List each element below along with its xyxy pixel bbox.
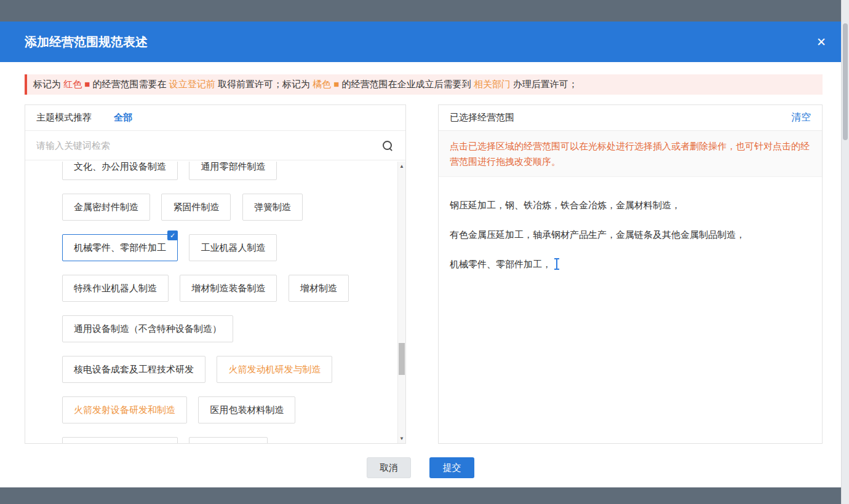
scope-tag-post-license[interactable]: 火箭发射设备研发和制造 bbox=[62, 396, 187, 423]
tab-all[interactable]: 全部 bbox=[114, 112, 132, 124]
tag-row: 机械零件、零部件加工✓ 工业机器人制造 bbox=[62, 234, 397, 275]
tag-list-scrollbar[interactable]: ▲ ▼ bbox=[397, 162, 405, 443]
check-icon: ✓ bbox=[167, 230, 178, 240]
scope-catalog-panel: 主题模式推荐 全部 文化、办公用设备制造 通用零部件制造 金属密封件制造 紧固件… bbox=[25, 104, 406, 444]
search-bar bbox=[25, 131, 405, 160]
orange-label: 橘色 bbox=[313, 79, 331, 89]
notice-text: 的经营范围在企业成立后需要到 bbox=[339, 79, 473, 89]
scope-tag[interactable]: 通用设备制造（不含特种设备制造） bbox=[62, 315, 233, 342]
scope-tag[interactable]: 特殊作业机器人制造 bbox=[62, 275, 169, 302]
selected-scope-line[interactable]: 钢压延加工，钢、铁冶炼，铁合金冶炼，金属材料制造， bbox=[450, 199, 811, 211]
tag-row: 人民币鉴别仪产品生产 特种设备制造 bbox=[62, 437, 397, 443]
scope-tag[interactable]: 增材制造 bbox=[289, 275, 349, 302]
browser-scrollbar-thumb[interactable] bbox=[843, 23, 848, 140]
add-business-scope-modal: 添加经营范围规范表述 ✕ 标记为 红色 ■ 的经营范围需要在 设立登记前 取得前… bbox=[0, 22, 841, 487]
scope-tag-post-license[interactable]: 火箭发动机研发与制造 bbox=[217, 356, 332, 383]
tag-row: 特殊作业机器人制造 增材制造装备制造 增材制造 bbox=[62, 275, 397, 315]
scope-tag-post-license[interactable]: 人民币鉴别仪产品生产 bbox=[62, 437, 178, 443]
scope-tag[interactable]: 文化、办公用设备制造 bbox=[62, 162, 178, 180]
notice-text: 标记为 bbox=[33, 79, 63, 89]
tab-theme-mode[interactable]: 主题模式推荐 bbox=[36, 112, 92, 124]
cancel-button[interactable]: 取消 bbox=[367, 457, 411, 478]
legend-notice-bar: 标记为 红色 ■ 的经营范围需要在 设立登记前 取得前置许可；标记为 橘色 ■ … bbox=[25, 74, 823, 95]
browser-scrollbar[interactable] bbox=[841, 0, 849, 504]
modal-title: 添加经营范围规范表述 bbox=[25, 34, 148, 50]
clear-all-link[interactable]: 清空 bbox=[791, 111, 811, 124]
red-label: 红色 bbox=[63, 79, 82, 89]
tag-row: 通用设备制造（不含特种设备制造） bbox=[62, 315, 397, 356]
scope-tag[interactable]: 增材制造装备制造 bbox=[180, 275, 277, 302]
scope-tag[interactable]: 金属密封件制造 bbox=[62, 194, 150, 221]
selected-scope-line[interactable]: 有色金属压延加工，轴承钢材产品生产，金属链条及其他金属制品制造， bbox=[450, 229, 811, 241]
selected-scope-content[interactable]: 钢压延加工，钢、铁冶炼，铁合金冶炼，金属材料制造， 有色金属压延加工，轴承钢材产… bbox=[439, 177, 822, 443]
scope-tag[interactable]: 通用零部件制造 bbox=[189, 162, 277, 180]
text-caret bbox=[556, 258, 557, 270]
close-icon[interactable]: ✕ bbox=[816, 36, 826, 48]
modal-footer: 取消 提交 bbox=[0, 457, 841, 478]
notice-text: 的经营范围需要在 bbox=[90, 79, 169, 89]
modal-header: 添加经营范围规范表述 ✕ bbox=[0, 22, 841, 62]
selected-panel-title: 已选择经营范围 bbox=[450, 112, 514, 124]
selected-scope-panel: 已选择经营范围 清空 点击已选择区域的经营范围可以在光标处进行选择插入或者删除操… bbox=[438, 104, 823, 444]
tag-list-viewport: 文化、办公用设备制造 通用零部件制造 金属密封件制造 紧固件制造 弹簧制造 机械… bbox=[25, 162, 397, 443]
search-input[interactable] bbox=[25, 131, 405, 160]
scope-tag-selected[interactable]: 机械零件、零部件加工✓ bbox=[62, 234, 178, 261]
tag-row: 文化、办公用设备制造 通用零部件制造 bbox=[62, 162, 397, 194]
scroll-down-icon[interactable]: ▼ bbox=[398, 434, 405, 443]
panels-container: 主题模式推荐 全部 文化、办公用设备制造 通用零部件制造 金属密封件制造 紧固件… bbox=[25, 104, 823, 444]
tag-list: 文化、办公用设备制造 通用零部件制造 金属密封件制造 紧固件制造 弹簧制造 机械… bbox=[62, 162, 397, 443]
search-icon[interactable] bbox=[382, 140, 393, 151]
tag-row: 火箭发射设备研发和制造 医用包装材料制造 bbox=[62, 396, 397, 437]
selected-scope-text: 机械零件、零部件加工， bbox=[450, 259, 551, 269]
tag-row: 金属密封件制造 紧固件制造 弹簧制造 bbox=[62, 194, 397, 234]
scope-tag[interactable]: 弹簧制造 bbox=[242, 194, 303, 221]
scope-tag[interactable]: 工业机器人制造 bbox=[189, 234, 277, 261]
notice-text: 取得前置许可；标记为 bbox=[215, 79, 313, 89]
selected-panel-header: 已选择经营范围 清空 bbox=[439, 105, 822, 131]
scope-tag[interactable]: 紧固件制造 bbox=[161, 194, 231, 221]
selected-panel-hint: 点击已选择区域的经营范围可以在光标处进行选择插入或者删除操作，也可针对点击的经营… bbox=[439, 131, 822, 177]
scroll-up-icon[interactable]: ▲ bbox=[398, 162, 405, 171]
catalog-tabs: 主题模式推荐 全部 bbox=[25, 105, 405, 131]
tag-list-scrollbar-thumb[interactable] bbox=[399, 343, 405, 375]
related-dept-link[interactable]: 相关部门 bbox=[474, 79, 511, 89]
orange-square-icon: ■ bbox=[333, 79, 339, 89]
scope-tag[interactable]: 医用包装材料制造 bbox=[198, 396, 295, 423]
selected-scope-line[interactable]: 机械零件、零部件加工， bbox=[450, 258, 811, 270]
scope-tag-label: 机械零件、零部件加工 bbox=[74, 242, 166, 253]
submit-button[interactable]: 提交 bbox=[429, 457, 474, 478]
notice-text: 办理后置许可； bbox=[511, 79, 578, 89]
scope-tag-post-license[interactable]: 特种设备制造 bbox=[189, 437, 268, 443]
tag-row: 核电设备成套及工程技术研发 火箭发动机研发与制造 bbox=[62, 356, 397, 396]
scope-tag[interactable]: 核电设备成套及工程技术研发 bbox=[62, 356, 205, 383]
pre-license-link[interactable]: 设立登记前 bbox=[169, 79, 215, 89]
